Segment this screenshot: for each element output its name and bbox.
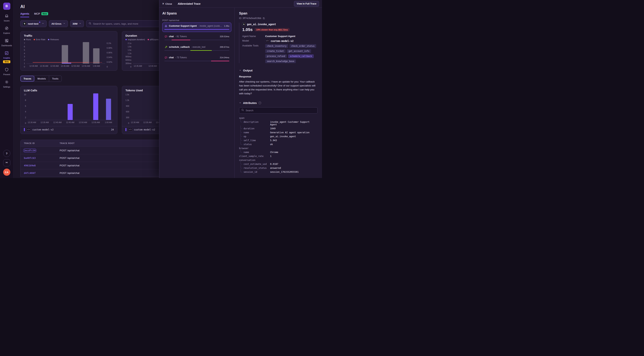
user-avatar[interactable]: CA: [3, 169, 10, 176]
whats-new-button[interactable]: [3, 159, 10, 166]
chat-bubble-icon: [164, 56, 168, 59]
search-icon: [241, 109, 244, 112]
model-name: custom-model-v2: [32, 128, 54, 131]
tool-chip: create_ticket: [265, 49, 286, 53]
sidebar-item-label: Settings: [3, 86, 10, 88]
help-button[interactable]: ?: [3, 150, 10, 157]
p95-dot-icon: [148, 39, 149, 40]
tokens-used-y-axis: 1.5k1.2k9006003000: [126, 93, 131, 124]
tab-agents[interactable]: Agents: [20, 12, 29, 17]
attributes-section-header[interactable]: Attributes ?: [239, 101, 318, 105]
new-badge: New: [42, 12, 48, 15]
span-duration: 314.04ms: [220, 56, 229, 59]
releases-dot-icon: [48, 39, 49, 40]
ai-spans-heading: AI Spans: [162, 11, 231, 15]
error-rate-dot-icon: [34, 39, 35, 40]
shield-icon: [5, 68, 9, 72]
environment-selector[interactable]: All Envs: [49, 20, 68, 27]
tool-chip: get_account_info: [287, 49, 311, 53]
span-desc: - execute_tool: [191, 46, 218, 48]
sidebar-item-insights[interactable]: Insights Beta: [0, 51, 13, 63]
dashboards-icon: [5, 39, 9, 43]
copy-icon[interactable]: [262, 17, 265, 19]
span-waterfall-track: [164, 29, 229, 30]
llm-calls-bar: [68, 104, 73, 120]
attr-row: opgen_ai.invoke_agent: [239, 135, 318, 139]
sidebar-item-explore[interactable]: Explore: [0, 26, 13, 34]
sidebar-item-label: Insights: [3, 57, 10, 59]
span-duration: 329.53ms: [220, 35, 229, 37]
llm-calls-bar: [93, 93, 98, 120]
traffic-legend: Runs Error Rate Releases: [24, 38, 114, 41]
close-button[interactable]: × Close: [162, 2, 172, 5]
gear-icon: [5, 80, 9, 85]
span-waterfall-bar: [190, 50, 212, 51]
trace-id-link[interactable]: 2ecdfc50: [24, 149, 60, 152]
slower-than-avg-badge: 19% slower than avg 883.72ms: [254, 28, 290, 31]
project-selector[interactable]: N next-test: [20, 20, 47, 27]
attr-row: nameGenerative AI agent operation: [239, 131, 318, 135]
beta-badge: Beta: [3, 60, 10, 63]
org-logo[interactable]: B: [3, 3, 10, 10]
help-icon[interactable]: ?: [258, 101, 261, 104]
span-detail-column: Span ID: 3ff74c9a5ea919bb N gen_ai.invok…: [234, 8, 322, 178]
close-icon: ×: [162, 2, 164, 5]
app-root: B Issues Explore Dashboards Insights Bet…: [0, 0, 322, 178]
trace-id-link[interactable]: d4fc404f: [24, 172, 60, 174]
attr-row: browser: [239, 146, 318, 150]
legend-error-rate: Error Rate: [34, 38, 46, 41]
drawer-body: AI Spans POST /api/ai/chat Customer Supp…: [159, 8, 322, 178]
tab-mcp-label: MCP: [34, 12, 40, 15]
close-label: Close: [165, 2, 172, 5]
tool-chip: check_order_status: [290, 44, 316, 48]
time-range-selector[interactable]: 30M: [70, 20, 84, 27]
traffic-bar: [83, 42, 89, 63]
model-label: Model: [242, 39, 263, 42]
subtab-tools[interactable]: Tools: [49, 76, 62, 82]
chevron-down-icon: [79, 22, 82, 25]
span-id-value: ID: 3ff74c9a5ea919bb: [239, 17, 261, 19]
avg-duration-value: 883.72ms: [278, 28, 288, 31]
search-icon: [88, 22, 92, 25]
attr-row: descriptioninvoke_agent Customer Support…: [239, 120, 318, 127]
series-color-chip: [24, 128, 25, 131]
span-name: Customer Support Agent: [169, 25, 197, 27]
sidebar-item-dashboards[interactable]: Dashboards: [0, 39, 13, 47]
attr-row: resolution_statusanswered: [239, 166, 318, 170]
span-duration: 399.67ms: [220, 46, 229, 48]
output-heading: Output: [243, 69, 252, 72]
subtab-models[interactable]: Models: [34, 76, 49, 82]
span-item-schedule-callback[interactable]: schedule_callback - execute_tool 399.67m…: [162, 44, 231, 53]
legend-releases: Releases: [48, 38, 59, 41]
span-id-row: ID: 3ff74c9a5ea919bb: [239, 17, 318, 19]
traffic-chart-plot: [26, 42, 105, 64]
model-name: custom-model-v2: [134, 128, 155, 131]
sidebar-item-label: Prevent: [3, 73, 10, 75]
trace-drawer: × Close Abbreviated Trace View in Full T…: [159, 0, 322, 178]
traffic-bar: [93, 48, 100, 63]
attributes-search-field[interactable]: [239, 107, 318, 113]
subtab-traces[interactable]: Traces: [20, 76, 34, 82]
tab-mcp[interactable]: MCP New: [34, 12, 48, 17]
view-full-trace-button[interactable]: View in Full Trace: [294, 1, 319, 6]
project-dot-indicator: [39, 22, 40, 23]
legend-avg-duration: avg(span.duration): [126, 38, 145, 41]
output-section-header[interactable]: Output: [239, 69, 318, 72]
model-value: custom-model-v2: [271, 39, 294, 42]
sidebar-item-label: Dashboards: [1, 44, 12, 47]
wrench-icon: [164, 45, 168, 48]
available-tools-label: Available Tools: [242, 44, 263, 47]
span-item-chat-1[interactable]: chat - 91 Tokens 329.53ms: [162, 33, 231, 42]
sidebar-item-settings[interactable]: Settings: [0, 80, 13, 88]
trace-id-link[interactable]: 4961b9e8: [24, 164, 60, 167]
sidebar-item-issues[interactable]: Issues: [0, 14, 13, 22]
broadcast-icon: [5, 161, 8, 165]
series-color-chip: [126, 128, 126, 131]
span-item-agent[interactable]: Customer Support Agent - invoke_agent (c…: [162, 22, 231, 32]
span-item-chat-2[interactable]: chat - 73 Tokens 314.04ms: [162, 54, 231, 63]
sidebar-item-prevent[interactable]: Prevent: [0, 68, 13, 75]
chevron-down-icon: [42, 22, 44, 25]
attributes-search-input[interactable]: [246, 109, 315, 112]
model-call-count: 24: [111, 128, 114, 131]
trace-id-link[interactable]: ba40fcb3: [24, 157, 60, 159]
